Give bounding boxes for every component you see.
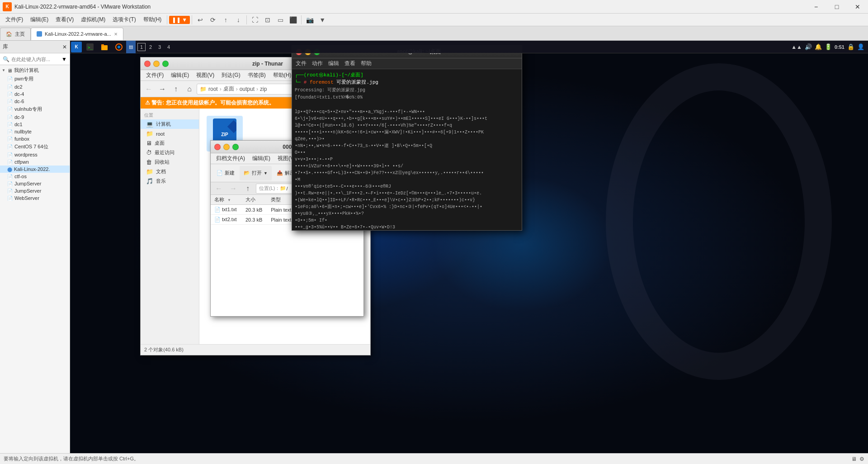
- workspace-3[interactable]: 3: [156, 43, 164, 51]
- workspace-4[interactable]: 4: [165, 43, 173, 51]
- archive-back-button[interactable]: ←: [212, 182, 225, 195]
- thunar-menu-bookmarks[interactable]: 书签(B): [244, 71, 269, 80]
- search-dropdown-icon[interactable]: ▼: [61, 56, 67, 62]
- path-output[interactable]: output: [240, 86, 255, 92]
- sidebar-item-dc4[interactable]: 📄 dc-4: [0, 90, 70, 98]
- sidebar-item-vulnhub[interactable]: 📄 vulnhub专用: [0, 105, 70, 114]
- sidebar-item-pwn[interactable]: 📄 pwn专用: [0, 75, 70, 83]
- panel-browser-btn[interactable]: [112, 41, 126, 53]
- sidebar-item-dc2[interactable]: 📄 dc2: [0, 83, 70, 90]
- sidebar-item-wordpress[interactable]: 📄 wordpress: [0, 151, 70, 158]
- archive-close-button[interactable]: [214, 144, 221, 150]
- sidebar-item-jumpserver1[interactable]: 📄 JumpServer: [0, 180, 70, 187]
- thunar-menu-view[interactable]: 视图(V): [193, 71, 218, 80]
- workspace-2[interactable]: 2: [146, 43, 155, 51]
- col-header-size[interactable]: 大小: [242, 195, 267, 205]
- archive-maximize-button[interactable]: [232, 144, 239, 150]
- search-input[interactable]: [11, 57, 60, 62]
- archive-menu-file[interactable]: 归档文件(A): [212, 154, 249, 163]
- thunar-place-recent[interactable]: ⏱ 最近访问: [141, 148, 199, 157]
- archive-open-button[interactable]: 📂 打开 ▼: [240, 166, 272, 180]
- sidebar-group-my-computer[interactable]: ▼ 🖥 我的计算机: [0, 66, 70, 75]
- terminal-window[interactable]: root@kali: ~/桌面 文件 动作 编辑 查看 帮助 ┌──(root㉿…: [292, 45, 522, 231]
- sidebar-close-icon[interactable]: ✕: [62, 44, 67, 50]
- panel-terminal-btn[interactable]: >_: [83, 41, 97, 53]
- close-button[interactable]: ✕: [847, 0, 868, 14]
- workspace-1[interactable]: 1: [137, 43, 146, 51]
- vm-settings-icon[interactable]: ⚙: [859, 456, 864, 462]
- tab-close-button[interactable]: ✕: [114, 32, 118, 37]
- pause-dropdown[interactable]: ▼: [182, 17, 187, 23]
- thunar-place-trash[interactable]: 🗑 回收站: [141, 157, 199, 167]
- panel-app-btn[interactable]: ▤: [126, 41, 136, 53]
- sidebar-item-jumpserver2[interactable]: 📄 JumpServer: [0, 187, 70, 194]
- toolbar-snapshot[interactable]: 📷: [303, 14, 316, 25]
- terminal-menu-edit[interactable]: 编辑: [328, 60, 339, 67]
- archive-menu-edit[interactable]: 编辑(E): [249, 154, 274, 163]
- toolbar-unity[interactable]: ⊡: [261, 14, 274, 25]
- notification-icon[interactable]: 🔔: [815, 43, 822, 50]
- thunar-menu-edit[interactable]: 编辑(E): [167, 71, 193, 80]
- terminal-menu-view[interactable]: 查看: [344, 60, 355, 67]
- kali-dragon-button[interactable]: K: [71, 42, 82, 52]
- terminal-menu-file[interactable]: 文件: [296, 60, 307, 67]
- sidebar-item-dc9[interactable]: 📄 dc-9: [0, 114, 70, 121]
- thunar-place-documents[interactable]: 📁 文档: [141, 167, 199, 176]
- archive-up-button[interactable]: ↑: [241, 182, 254, 195]
- thunar-place-root[interactable]: 📁 root: [141, 129, 199, 138]
- menu-edit[interactable]: 编辑(E): [27, 14, 52, 25]
- pause-button[interactable]: ❚❚ ▼: [169, 16, 190, 24]
- terminal-menu-actions[interactable]: 动作: [312, 60, 323, 67]
- sidebar-item-centos[interactable]: 📄 CentOS 7 64位: [0, 142, 70, 151]
- thunar-close-button[interactable]: [144, 61, 151, 67]
- terminal-menu-help[interactable]: 帮助: [361, 60, 372, 67]
- menu-vm[interactable]: 虚拟机(M): [77, 14, 109, 25]
- thunar-maximize-button[interactable]: [162, 61, 169, 67]
- sidebar-item-dc1[interactable]: 📄 dc1: [0, 121, 70, 128]
- tab-vm[interactable]: Kali-Linux-2022.2-vmware-a... ✕: [31, 28, 123, 40]
- minimize-button[interactable]: −: [806, 0, 826, 14]
- thunar-back-button[interactable]: ←: [142, 83, 155, 95]
- toolbar-snapshot-dropdown[interactable]: ▼: [316, 14, 329, 25]
- sidebar-item-nullbyte[interactable]: 📄 nullbyte: [0, 128, 70, 135]
- sidebar-item-ctfos[interactable]: 📄 ctf-os: [0, 173, 70, 180]
- toolbar-reset[interactable]: ⟳: [207, 14, 219, 25]
- user-icon[interactable]: 👤: [857, 43, 864, 50]
- toolbar-down[interactable]: ↓: [232, 14, 245, 25]
- path-root[interactable]: root: [208, 86, 218, 92]
- thunar-menu-file[interactable]: 文件(F): [142, 71, 167, 80]
- maximize-button[interactable]: □: [826, 0, 847, 14]
- thunar-menu-help[interactable]: 帮助(H): [269, 71, 295, 80]
- sidebar-item-webserver[interactable]: 📄 WebServer: [0, 194, 70, 202]
- col-header-name[interactable]: 名称 ▼: [211, 195, 242, 205]
- tab-home[interactable]: 🏠 主页: [0, 28, 31, 40]
- thunar-place-music[interactable]: 🎵 音乐: [141, 176, 199, 186]
- terminal-body[interactable]: ┌──(root㉿kali)-[~/桌面] └─ # foremost 可爱的派…: [292, 69, 522, 230]
- sidebar-item-dc6[interactable]: 📄 dc-6: [0, 98, 70, 105]
- vm-screen[interactable]: K >_: [70, 41, 868, 453]
- archive-minimize-button[interactable]: [223, 144, 230, 150]
- thunar-place-computer[interactable]: 💻 计算机: [141, 119, 199, 129]
- panel-files-btn[interactable]: [97, 41, 112, 53]
- thunar-place-desktop[interactable]: 🖥 桌面: [141, 138, 199, 148]
- volume-icon[interactable]: 🔊: [805, 43, 812, 50]
- menu-file[interactable]: 文件(F): [2, 14, 27, 25]
- sidebar-item-ctfpwn[interactable]: 📄 ctfpwn: [0, 158, 70, 166]
- thunar-menu-goto[interactable]: 到达(G): [218, 71, 244, 80]
- menu-tabs[interactable]: 选项卡(T): [109, 14, 139, 25]
- thunar-forward-button[interactable]: →: [156, 83, 169, 95]
- toolbar-fit[interactable]: ⬛: [287, 14, 299, 25]
- toolbar-send-ctrl-alt-del[interactable]: ↩: [194, 14, 207, 25]
- lock-icon[interactable]: 🔒: [847, 43, 854, 50]
- thunar-minimize-button[interactable]: [153, 61, 160, 67]
- thunar-up-button[interactable]: ↑: [170, 83, 182, 95]
- thunar-home-button[interactable]: ⌂: [183, 83, 196, 95]
- menu-help[interactable]: 帮助(H): [140, 14, 165, 25]
- sidebar-item-kali[interactable]: ⬤ Kali-Linux-2022.: [0, 166, 70, 173]
- sidebar-item-funbox[interactable]: 📄 funbox: [0, 135, 70, 142]
- path-zip[interactable]: zip: [260, 86, 267, 92]
- toolbar-view-options[interactable]: ▭: [274, 14, 287, 25]
- archive-forward-button[interactable]: →: [227, 182, 240, 195]
- menu-view[interactable]: 查看(V): [52, 14, 77, 25]
- toolbar-full-screen[interactable]: ⛶: [249, 14, 261, 25]
